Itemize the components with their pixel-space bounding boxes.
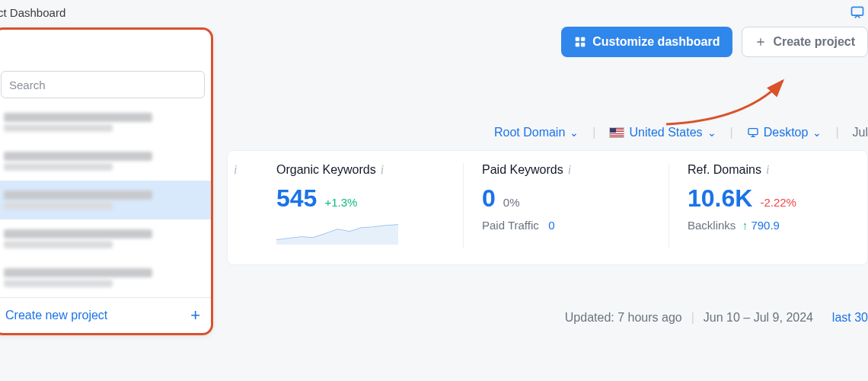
info-icon[interactable]: i: [568, 163, 571, 177]
plus-icon: +: [190, 307, 200, 324]
organic-keywords-value: 545: [276, 184, 317, 213]
breadcrumb: Project Dashboard: [0, 6, 868, 27]
paid-keywords-value: 0: [482, 184, 496, 213]
svg-rect-5: [748, 129, 758, 135]
date-range-text: Jun 10 – Jul 9, 2024: [704, 311, 813, 325]
chevron-down-icon: ⌄: [707, 126, 716, 139]
metric-card-partial: i: [228, 163, 258, 248]
organic-keywords-sparkline: [276, 219, 398, 245]
backlinks-label: Backlinks: [688, 219, 736, 232]
scope-filter-label: Root Domain: [494, 126, 565, 139]
country-filter[interactable]: United States ⌄: [609, 126, 716, 139]
paid-keywords-card[interactable]: Paid Keywords i 0 0% Paid Traffic 0: [464, 163, 669, 248]
project-list-item[interactable]: [0, 181, 211, 219]
svg-rect-3: [576, 43, 579, 46]
backlinks-value[interactable]: 790.9: [751, 219, 780, 232]
scope-filter[interactable]: Root Domain ⌄: [494, 126, 579, 139]
project-switcher-dropdown: Create new project +: [0, 27, 213, 335]
create-new-project-link[interactable]: Create new project +: [0, 297, 211, 333]
up-arrow-icon: ↑: [742, 219, 748, 232]
paid-keywords-title: Paid Keywords: [482, 163, 563, 177]
project-search-input[interactable]: [1, 71, 205, 98]
chevron-down-icon: ⌄: [812, 126, 822, 139]
ref-domains-title: Ref. Domains: [688, 163, 761, 177]
chevron-down-icon: ⌄: [570, 126, 579, 139]
metrics-row: i Organic Keywords i 545 +1.3% Paid Keyw…: [227, 150, 868, 265]
svg-rect-0: [852, 7, 863, 15]
create-project-label: Create project: [773, 35, 855, 49]
project-list-item[interactable]: [0, 142, 211, 181]
organic-keywords-title: Organic Keywords: [276, 163, 376, 177]
customize-dashboard-button[interactable]: Customize dashboard: [561, 27, 732, 57]
svg-rect-2: [582, 37, 586, 41]
info-icon[interactable]: i: [766, 163, 769, 177]
desktop-icon: [747, 126, 759, 139]
country-filter-label: United States: [629, 126, 702, 139]
organic-keywords-delta: +1.3%: [324, 196, 357, 209]
project-list-item[interactable]: [0, 219, 211, 258]
info-icon[interactable]: i: [381, 163, 384, 177]
info-icon[interactable]: i: [234, 163, 237, 176]
paid-traffic-label: Paid Traffic: [482, 219, 539, 232]
device-filter-label: Desktop: [764, 126, 809, 139]
create-project-button[interactable]: Create project: [742, 27, 868, 57]
organic-keywords-card[interactable]: Organic Keywords i 545 +1.3%: [258, 163, 464, 248]
paid-traffic-value[interactable]: 0: [548, 219, 554, 232]
us-flag-icon: [609, 127, 624, 138]
ref-domains-value: 10.6K: [688, 184, 752, 213]
paid-keywords-delta: 0%: [503, 196, 520, 209]
feedback-icon[interactable]: [850, 5, 865, 23]
ref-domains-card[interactable]: Ref. Domains i 10.6K -2.22% Backlinks ↑ …: [669, 163, 815, 248]
ref-domains-delta: -2.22%: [760, 196, 796, 209]
date-filter[interactable]: Jul: [853, 126, 868, 139]
device-filter[interactable]: Desktop ⌄: [747, 126, 822, 139]
svg-rect-4: [582, 43, 586, 46]
last-range-link[interactable]: last 30: [832, 311, 868, 325]
create-new-project-label: Create new project: [5, 309, 107, 322]
project-list-item[interactable]: [0, 258, 211, 297]
project-list-item[interactable]: [0, 103, 211, 142]
grid-icon: [574, 36, 586, 48]
plus-icon: [755, 36, 767, 48]
updated-text: Updated: 7 hours ago: [565, 311, 682, 325]
customize-dashboard-label: Customize dashboard: [592, 35, 720, 49]
svg-rect-1: [576, 37, 579, 41]
project-list: [0, 103, 211, 297]
